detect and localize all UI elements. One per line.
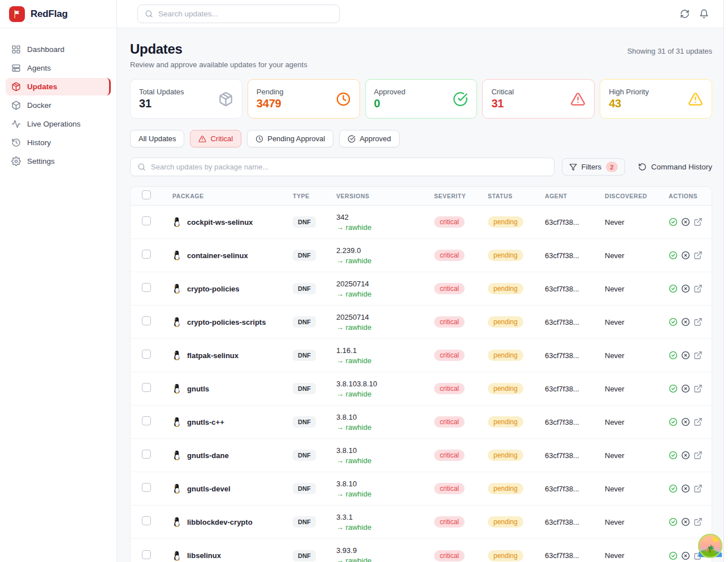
approve-icon[interactable] bbox=[669, 384, 678, 393]
page-title: Updates bbox=[130, 41, 183, 58]
sidebar-item-settings[interactable]: Settings bbox=[6, 153, 111, 170]
discovered-value: Never bbox=[605, 285, 669, 293]
stat-card: Approved 0 bbox=[365, 79, 478, 119]
approve-icon[interactable] bbox=[669, 317, 678, 326]
table-row: gnutls-devel DNF 3.8.10 → rawhide critic… bbox=[131, 472, 712, 506]
external-link-icon[interactable] bbox=[694, 284, 703, 293]
brand-name: RedFlag bbox=[31, 8, 68, 20]
filter-tab-approved[interactable]: Approved bbox=[339, 130, 400, 147]
row-checkbox[interactable] bbox=[142, 250, 151, 259]
row-checkbox[interactable] bbox=[142, 550, 151, 559]
severity-badge: critical bbox=[434, 516, 465, 528]
type-badge: DNF bbox=[293, 516, 316, 528]
sidebar-item-live-operations[interactable]: Live Operations bbox=[6, 115, 111, 133]
package-search[interactable] bbox=[130, 158, 554, 176]
package-name: flatpak-selinux bbox=[187, 351, 239, 360]
dismiss-icon[interactable] bbox=[681, 217, 690, 226]
history-icon bbox=[11, 138, 21, 147]
approve-icon[interactable] bbox=[669, 284, 678, 293]
row-checkbox[interactable] bbox=[142, 416, 151, 425]
bell-icon[interactable] bbox=[699, 9, 709, 19]
sidebar-item-history[interactable]: History bbox=[6, 134, 111, 151]
dismiss-icon[interactable] bbox=[681, 451, 690, 460]
command-history-button[interactable]: Command History bbox=[638, 163, 712, 171]
sidebar-item-label: Updates bbox=[27, 82, 57, 91]
sidebar-item-dashboard[interactable]: Dashboard bbox=[6, 41, 111, 58]
package-name: gnutls bbox=[187, 385, 209, 393]
filter-tab-critical[interactable]: Critical bbox=[190, 130, 241, 147]
dismiss-icon[interactable] bbox=[681, 251, 690, 260]
dismiss-icon[interactable] bbox=[681, 484, 690, 493]
external-link-icon[interactable] bbox=[694, 517, 703, 526]
external-link-icon[interactable] bbox=[694, 217, 703, 226]
approve-icon[interactable] bbox=[669, 217, 678, 226]
showing-count: Showing 31 of 31 updates bbox=[627, 47, 712, 58]
row-checkbox[interactable] bbox=[142, 516, 151, 525]
filter-tab-label: Critical bbox=[210, 134, 233, 143]
linux-penguin-icon bbox=[172, 317, 181, 327]
stat-card-value: 43 bbox=[609, 97, 649, 110]
sidebar-item-label: History bbox=[27, 138, 51, 147]
scrollbar-track[interactable] bbox=[723, 0, 728, 562]
status-badge: pending bbox=[488, 250, 523, 261]
external-link-icon[interactable] bbox=[694, 417, 703, 426]
dismiss-icon[interactable] bbox=[681, 517, 690, 526]
filters-button[interactable]: Filters 2 bbox=[562, 158, 625, 176]
severity-badge: critical bbox=[434, 216, 465, 228]
redflag-logo[interactable] bbox=[9, 6, 25, 22]
row-checkbox[interactable] bbox=[142, 216, 151, 225]
external-link-icon[interactable] bbox=[694, 351, 703, 360]
status-badge: pending bbox=[488, 350, 523, 361]
box-icon bbox=[11, 101, 21, 110]
global-search[interactable] bbox=[137, 5, 340, 23]
sidebar-item-label: Agents bbox=[27, 64, 51, 72]
select-all-checkbox[interactable] bbox=[142, 190, 151, 199]
type-badge: DNF bbox=[293, 316, 316, 328]
clock-icon bbox=[336, 92, 351, 107]
external-link-icon[interactable] bbox=[694, 484, 703, 493]
row-checkbox[interactable] bbox=[142, 316, 151, 325]
external-link-icon[interactable] bbox=[694, 384, 703, 393]
version-current: 3.3.1 bbox=[336, 512, 434, 522]
type-badge: DNF bbox=[293, 550, 316, 561]
dismiss-icon[interactable] bbox=[681, 284, 690, 293]
dismiss-icon[interactable] bbox=[681, 351, 690, 360]
sidebar-item-updates[interactable]: Updates bbox=[6, 78, 111, 95]
filter-tab-pending-approval[interactable]: Pending Approval bbox=[247, 130, 333, 147]
version-target: → rawhide bbox=[336, 323, 434, 332]
approve-icon[interactable] bbox=[669, 451, 678, 460]
row-checkbox[interactable] bbox=[142, 383, 151, 392]
external-link-icon[interactable] bbox=[694, 251, 703, 260]
global-search-input[interactable] bbox=[158, 10, 332, 18]
dismiss-icon[interactable] bbox=[681, 384, 690, 393]
row-checkbox[interactable] bbox=[142, 483, 151, 492]
approve-icon[interactable] bbox=[669, 517, 678, 526]
package-name: gnutls-c++ bbox=[187, 418, 224, 426]
sidebar-item-agents[interactable]: Agents bbox=[6, 59, 111, 77]
linux-penguin-icon bbox=[172, 384, 181, 394]
severity-badge: critical bbox=[434, 350, 465, 361]
version-current: 1.16.1 bbox=[336, 346, 434, 355]
external-link-icon[interactable] bbox=[694, 317, 703, 326]
dismiss-icon[interactable] bbox=[681, 551, 690, 560]
dismiss-icon[interactable] bbox=[681, 317, 690, 326]
row-checkbox[interactable] bbox=[142, 283, 151, 292]
approve-icon[interactable] bbox=[669, 484, 678, 493]
island-floating-badge[interactable] bbox=[697, 533, 723, 559]
topbar bbox=[117, 0, 723, 28]
row-checkbox[interactable] bbox=[142, 350, 151, 359]
package-search-input[interactable] bbox=[151, 163, 547, 171]
approve-icon[interactable] bbox=[669, 417, 678, 426]
approve-icon[interactable] bbox=[669, 351, 678, 360]
dismiss-icon[interactable] bbox=[681, 417, 690, 426]
linux-penguin-icon bbox=[172, 450, 181, 460]
filter-tab-all-updates[interactable]: All Updates bbox=[130, 130, 184, 147]
stat-card: High Priority 43 bbox=[600, 79, 712, 119]
table-row: libselinux DNF 3.93.9 → rawhide critical… bbox=[131, 539, 712, 562]
approve-icon[interactable] bbox=[669, 251, 678, 260]
sidebar-item-docker[interactable]: Docker bbox=[6, 97, 111, 114]
refresh-icon[interactable] bbox=[680, 9, 690, 19]
row-checkbox[interactable] bbox=[142, 450, 151, 459]
approve-icon[interactable] bbox=[669, 551, 678, 560]
external-link-icon[interactable] bbox=[694, 451, 703, 460]
